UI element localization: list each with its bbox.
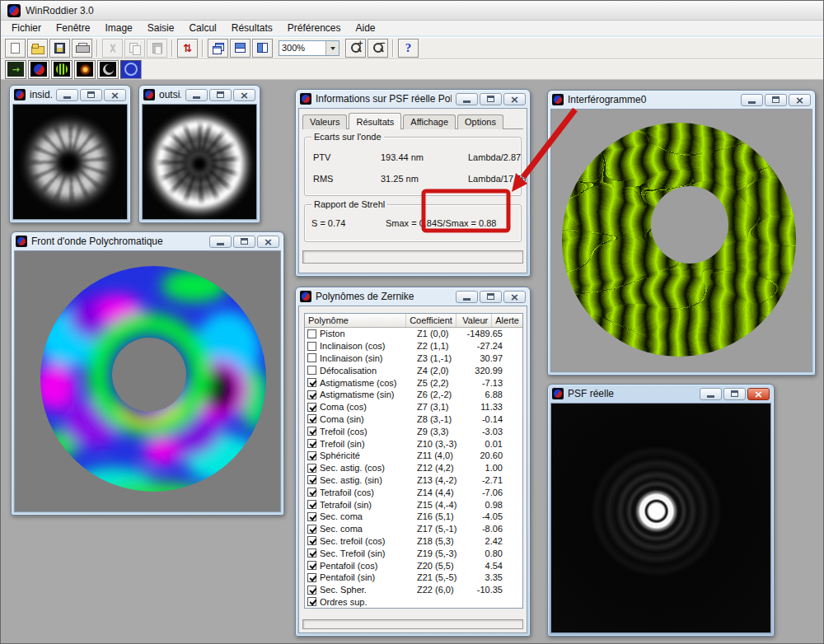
menu-item-image[interactable]: Image <box>97 21 139 35</box>
cascade-windows-button[interactable] <box>208 39 228 58</box>
minimize-button[interactable] <box>56 89 78 101</box>
menu-item-fichier[interactable]: Fichier <box>4 21 49 35</box>
zernike-row[interactable]: Astigmatisme (sin)Z6 (2,-2)6.88 <box>305 389 522 401</box>
menu-item-aide[interactable]: Aide <box>349 21 383 35</box>
zernike-row[interactable]: Sec. comaZ16 (5,1)-4.05 <box>305 511 522 523</box>
minimize-button[interactable] <box>700 388 722 400</box>
close-button[interactable] <box>503 291 526 303</box>
refresh-button[interactable]: ⇅ <box>177 39 198 58</box>
column-header-2[interactable]: Valeur <box>456 314 492 327</box>
zernike-row[interactable]: Coma (sin)Z8 (3,-1)-0.14 <box>305 413 522 426</box>
zernike-row[interactable]: Trefoil (sin)Z10 (3,-3)0.01 <box>305 437 522 450</box>
zernike-row[interactable]: Tetrafoil (cos)Z14 (4,4)-7.06 <box>305 486 522 498</box>
dft-button[interactable] <box>120 60 142 79</box>
window-inside-titlebar[interactable]: insid... <box>12 86 128 104</box>
menu-item-calcul[interactable]: Calcul <box>181 21 223 35</box>
zernike-row[interactable]: DéfocalisationZ4 (2,0)320.99 <box>305 364 522 376</box>
minimize-button[interactable] <box>185 89 208 101</box>
zernike-checkbox[interactable] <box>307 500 316 509</box>
zernike-checkbox[interactable] <box>307 597 316 606</box>
zernike-row[interactable]: Sec. Spher.Z22 (6,0)-10.35 <box>305 584 522 596</box>
tab-valeurs[interactable]: Valeurs <box>302 114 347 129</box>
zernike-checkbox[interactable] <box>307 427 316 436</box>
maximize-button[interactable] <box>480 93 502 105</box>
close-button[interactable] <box>257 236 279 248</box>
tab-résultats[interactable]: Résultats <box>349 113 401 129</box>
window-interferogramme-titlebar[interactable]: Interférogramme0 <box>550 91 812 109</box>
zernike-row[interactable]: Pentafoil (sin)Z21 (5,-5)3.35 <box>305 572 522 584</box>
column-header-1[interactable]: Coefficient <box>406 314 456 327</box>
zernike-row[interactable]: Inclinaison (cos)Z2 (1,1)-27.24 <box>305 340 522 352</box>
zernike-checkbox[interactable] <box>307 464 316 473</box>
zernike-row[interactable]: Inclinaison (sin)Z3 (1,-1)30.97 <box>305 352 522 365</box>
menu-item-préférences[interactable]: Préférences <box>280 21 349 35</box>
zernike-checkbox[interactable] <box>307 366 316 375</box>
zernike-row[interactable]: Sec. astig. (cos)Z12 (4,2)1.00 <box>305 462 522 474</box>
menu-item-résultats[interactable]: Résultats <box>224 21 280 35</box>
maximize-button[interactable] <box>233 236 255 248</box>
maximize-button[interactable] <box>765 94 787 106</box>
zernike-row[interactable]: Tetrafoil (sin)Z15 (4,-4)0.98 <box>305 498 522 511</box>
close-button[interactable] <box>233 89 255 101</box>
zernike-checkbox[interactable] <box>307 536 316 545</box>
window-informations-titlebar[interactable]: Informations sur PSF réelle Polychro... <box>298 90 527 108</box>
zoom-dropdown-arrow-icon[interactable] <box>325 41 339 55</box>
tab-options[interactable]: Options <box>457 114 503 129</box>
close-button[interactable] <box>789 94 811 106</box>
tab-affichage[interactable]: Affichage <box>403 114 456 129</box>
zernike-row[interactable]: Ordres sup. <box>305 596 522 609</box>
zernike-checkbox[interactable] <box>307 439 316 448</box>
zernike-checkbox[interactable] <box>307 573 316 582</box>
zernike-checkbox[interactable] <box>307 403 316 412</box>
zernike-row[interactable]: Sec. trefoil (cos)Z18 (5,3)2.42 <box>305 535 522 548</box>
minimize-button[interactable] <box>456 291 478 303</box>
zoom-level-select[interactable]: 300% <box>279 40 339 56</box>
pupil-button[interactable] <box>97 60 119 79</box>
menu-item-fenêtre[interactable]: Fenêtre <box>49 21 97 35</box>
zernike-checkbox[interactable] <box>307 414 316 423</box>
zernike-row[interactable]: Astigmatisme (cos)Z5 (2,2)-7.13 <box>305 376 522 389</box>
window-zernike-titlebar[interactable]: Polynômes de Zernike <box>298 287 527 306</box>
zernike-row[interactable]: Pentafoil (cos)Z20 (5,5)4.54 <box>305 559 522 572</box>
close-button[interactable] <box>747 388 770 400</box>
zernike-checkbox[interactable] <box>307 512 316 521</box>
zernike-checkbox[interactable] <box>307 329 316 338</box>
zernike-checkbox[interactable] <box>307 342 316 351</box>
winroddier-logo-button[interactable] <box>28 60 49 79</box>
zoom-out-button[interactable]: − <box>368 39 388 58</box>
window-front-onde-titlebar[interactable]: Front d'onde Polychromatique <box>14 232 281 250</box>
zernike-checkbox[interactable] <box>307 525 316 534</box>
zernike-checkbox[interactable] <box>307 390 316 399</box>
psf-button[interactable] <box>74 60 96 79</box>
open-folder-button[interactable] <box>27 39 48 58</box>
maximize-button[interactable] <box>723 388 746 400</box>
zernike-checkbox[interactable] <box>307 548 316 558</box>
zernike-checkbox[interactable] <box>307 451 316 460</box>
zernike-checkbox[interactable] <box>307 475 316 484</box>
column-header-0[interactable]: Polynôme <box>305 314 406 327</box>
zernike-row[interactable]: Sec. comaZ17 (5,-1)-8.06 <box>305 523 522 535</box>
print-button[interactable] <box>72 39 92 58</box>
menu-item-saisie[interactable]: Saisie <box>140 21 182 35</box>
minimize-button[interactable] <box>456 93 478 105</box>
minimize-button[interactable] <box>209 236 232 248</box>
zernike-row[interactable]: Sec. Trefoil (sin)Z19 (5,-3)0.80 <box>305 547 522 559</box>
zernike-checkbox[interactable] <box>307 378 316 387</box>
minimize-button[interactable] <box>741 94 763 106</box>
zernike-row[interactable]: Sec. astig. (sin)Z13 (4,-2)-2.71 <box>305 474 522 487</box>
close-button[interactable] <box>104 89 126 101</box>
maximize-button[interactable] <box>480 291 502 303</box>
zernike-checkbox[interactable] <box>307 561 316 570</box>
zernike-row[interactable]: SphéricitéZ11 (4,0)20.60 <box>305 450 522 462</box>
zernike-checkbox[interactable] <box>307 586 316 595</box>
interferogram-button[interactable] <box>51 60 73 79</box>
app-titlebar[interactable]: WinRoddier 3.0 <box>1 1 823 21</box>
new-document-button[interactable] <box>5 39 26 58</box>
maximize-button[interactable] <box>80 89 102 101</box>
zoom-in-button[interactable]: + <box>345 39 366 58</box>
tile-horizontal-button[interactable] <box>230 39 250 58</box>
window-outside-titlebar[interactable]: outsi... <box>142 86 257 104</box>
zernike-checkbox[interactable] <box>307 353 316 362</box>
export-image-button[interactable] <box>5 60 26 79</box>
zernike-row[interactable]: Coma (cos)Z7 (3,1)11.33 <box>305 401 522 413</box>
